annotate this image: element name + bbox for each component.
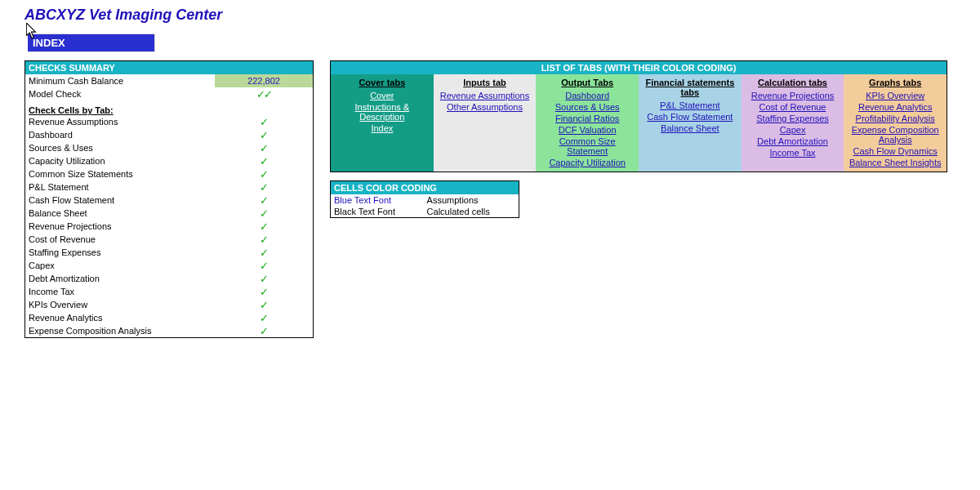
check-row: Cash Flow Statement✓ [25, 194, 313, 207]
check-row: Revenue Assumptions✓ [25, 115, 313, 128]
check-row-label: Expense Composition Analysis [25, 324, 215, 337]
check-row: Dashboard✓ [25, 128, 313, 141]
tab-link[interactable]: Cover [332, 90, 432, 101]
check-row-label: KPIs Overview [25, 298, 215, 311]
tab-column-head: Cover tabs [332, 76, 432, 90]
check-row: Revenue Projections✓ [25, 220, 313, 233]
tab-link[interactable]: Capex [743, 124, 843, 136]
check-row-label: Revenue Assumptions [25, 115, 215, 128]
tab-link[interactable]: Capacity Utilization [537, 157, 637, 168]
tab-column: Cover tabsCoverInstructions & Descriptio… [331, 74, 434, 172]
check-row-label: Common Size Statements [25, 167, 215, 180]
tab-link[interactable]: DCF Valuation [537, 124, 637, 136]
check-row-label: Staffing Expenses [25, 246, 215, 259]
tab-link[interactable]: Profitability Analysis [845, 113, 945, 124]
min-cash-value: 222,802 [215, 74, 313, 87]
tab-link[interactable]: Debt Amortization [743, 136, 843, 147]
checks-summary-title: CHECKS SUMMARY [25, 61, 313, 74]
model-check-row: Model Check ✓✓ [25, 87, 313, 100]
check-row-label: Debt Amortization [25, 272, 215, 285]
tab-column: Graphs tabsKPIs OverviewRevenue Analytic… [844, 74, 947, 172]
tab-link[interactable]: Income Tax [743, 147, 843, 158]
check-row: Staffing Expenses✓ [25, 246, 313, 259]
tab-link[interactable]: Sources & Uses [537, 101, 637, 113]
coding-black-desc: Calculated cells [424, 206, 519, 217]
tab-column-head: Inputs tab [435, 76, 535, 90]
tab-link[interactable]: Cost of Revenue [743, 101, 843, 113]
tab-link[interactable]: Dashboard [537, 90, 637, 101]
checkmark-icon: ✓ [215, 128, 313, 141]
check-row: Debt Amortization✓ [25, 272, 313, 285]
checkmark-icon: ✓ [215, 272, 313, 285]
checkmark-icon: ✓ [215, 246, 313, 259]
page-title: ABCXYZ Vet Imaging Center [0, 0, 980, 27]
check-row-label: Capacity Utilization [25, 154, 215, 167]
check-row: P&L Statement✓ [25, 180, 313, 194]
tab-column-head: Graphs tabs [845, 76, 945, 90]
tab-column: Output TabsDashboardSources & UsesFinanc… [536, 74, 639, 172]
coding-blue-desc: Assumptions [424, 194, 519, 206]
checkmark-icon: ✓ [215, 259, 313, 272]
checkmark-icon: ✓ [215, 154, 313, 167]
tab-link[interactable]: Staffing Expenses [743, 113, 843, 124]
checkmark-icon: ✓ [215, 207, 313, 220]
check-row: Expense Composition Analysis✓ [25, 324, 313, 337]
check-row-label: P&L Statement [25, 180, 215, 194]
tab-link[interactable]: Cash Flow Dynamics [845, 145, 945, 157]
min-cash-row: Minimum Cash Balance 222,802 [25, 74, 313, 87]
tab-link[interactable]: Revenue Assumptions [435, 90, 535, 101]
check-row-label: Cost of Revenue [25, 233, 215, 246]
min-cash-label: Minimum Cash Balance [25, 74, 215, 87]
tab-link[interactable]: Expense Composition Analysis [845, 124, 945, 145]
tab-link[interactable]: Balance Sheet [640, 122, 740, 134]
checkmark-icon: ✓ [215, 141, 313, 154]
tab-column-head: Calculation tabs [743, 76, 843, 90]
tab-link[interactable]: P&L Statement [640, 100, 740, 111]
checkmark-icon: ✓ [215, 233, 313, 246]
checks-summary-panel: CHECKS SUMMARY Minimum Cash Balance 222,… [24, 60, 314, 338]
check-row: Revenue Analytics✓ [25, 311, 313, 324]
checkmark-icon: ✓ [215, 285, 313, 298]
tab-column: Inputs tabRevenue AssumptionsOther Assum… [434, 74, 537, 172]
checkmark-icon: ✓ [215, 220, 313, 233]
check-row-label: Revenue Projections [25, 220, 215, 233]
tab-link[interactable]: Revenue Projections [743, 90, 843, 101]
tab-link[interactable]: Financial Ratios [537, 113, 637, 124]
check-row: Sources & Uses✓ [25, 141, 313, 154]
check-row-label: Income Tax [25, 285, 215, 298]
checkmark-icon: ✓ [215, 167, 313, 180]
tab-link[interactable]: Revenue Analytics [845, 101, 945, 113]
model-check-status-icon: ✓✓ [215, 87, 313, 100]
check-row: Capex✓ [25, 259, 313, 272]
tab-column: Financial statements tabsP&L StatementCa… [639, 74, 742, 172]
tab-link[interactable]: Other Assumptions [435, 101, 535, 113]
check-row-label: Dashboard [25, 128, 215, 141]
tab-link[interactable]: Index [332, 122, 432, 134]
check-row: Income Tax✓ [25, 285, 313, 298]
tab-link[interactable]: Common Size Statement [537, 136, 637, 157]
checkmark-icon: ✓ [215, 311, 313, 324]
check-row: KPIs Overview✓ [25, 298, 313, 311]
index-badge: INDEX [28, 33, 155, 52]
tab-link[interactable]: Cash Flow Statement [640, 111, 740, 122]
check-cells-subhead: Check Cells by Tab: [25, 100, 313, 115]
checkmark-icon: ✓ [215, 298, 313, 311]
tab-link[interactable]: Balance Sheet Insights [845, 157, 945, 168]
tab-link[interactable]: Instructions & Description [332, 101, 432, 122]
check-row-label: Capex [25, 259, 215, 272]
check-row-label: Balance Sheet [25, 207, 215, 220]
tab-column-head: Financial statements tabs [640, 76, 740, 100]
model-check-label: Model Check [25, 87, 215, 100]
check-row-label: Revenue Analytics [25, 311, 215, 324]
checkmark-icon: ✓ [215, 180, 313, 194]
checkmark-icon: ✓ [215, 194, 313, 207]
check-row: Capacity Utilization✓ [25, 154, 313, 167]
check-row: Common Size Statements✓ [25, 167, 313, 180]
tab-link[interactable]: KPIs Overview [845, 90, 945, 101]
cells-color-coding-title: CELLS COLOR CODING [331, 181, 519, 194]
coding-blue-label: Blue Text Font [331, 194, 424, 206]
tabs-panel-title: LIST OF TABS (WITH THEIR COLOR CODING) [331, 61, 947, 74]
check-row-label: Sources & Uses [25, 141, 215, 154]
checkmark-icon: ✓ [215, 324, 313, 337]
checkmark-icon: ✓ [215, 115, 313, 128]
